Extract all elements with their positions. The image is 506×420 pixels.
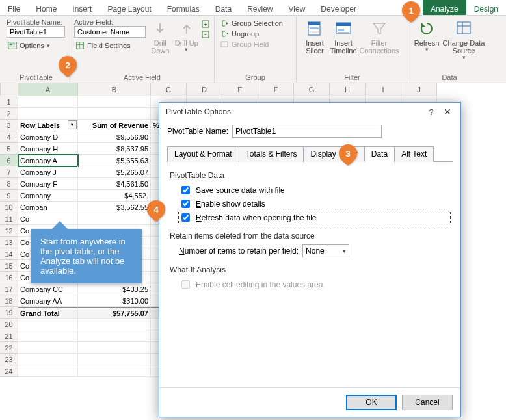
pivot-row-label[interactable]: Company D [18, 131, 78, 143]
tab-developer[interactable]: Developer [313, 0, 364, 15]
tab-file[interactable]: File [0, 0, 28, 15]
row-header[interactable]: 19 [0, 307, 18, 319]
changesource-button[interactable]: Change Data Source [441, 18, 486, 72]
chk-savesource-box[interactable] [181, 186, 190, 194]
dialog-name-input[interactable] [232, 125, 382, 138]
row-header[interactable]: 20 [0, 319, 18, 330]
row-header[interactable]: 21 [0, 330, 18, 342]
row-header[interactable]: 11 [0, 213, 18, 225]
cell[interactable] [18, 96, 78, 108]
col-header-I[interactable]: I [366, 83, 401, 96]
row-header[interactable]: 15 [0, 260, 18, 272]
collapse-icon[interactable]: - [201, 30, 210, 39]
cell[interactable] [78, 319, 151, 330]
col-header-C[interactable]: C [151, 83, 187, 96]
pivot-row-value[interactable]: $310.00 [78, 295, 151, 307]
col-header-H[interactable]: H [330, 83, 366, 96]
tab-review[interactable]: Review [239, 0, 280, 15]
select-all-corner[interactable] [0, 83, 18, 96]
pivottable-name-input[interactable] [7, 26, 65, 38]
options-button[interactable]: Options [7, 40, 66, 51]
pivot-row-value[interactable]: $5,655.63 [78, 155, 151, 166]
row-header[interactable]: 22 [0, 342, 18, 354]
chk-refresh[interactable]: Refresh data when opening the file [179, 211, 450, 224]
pivot-sum-header[interactable]: Sum of Revenue [78, 120, 151, 131]
cell[interactable] [78, 342, 151, 354]
row-header[interactable]: 6 [0, 155, 18, 166]
row-header[interactable]: 14 [0, 248, 18, 260]
row-header[interactable]: 3 [0, 120, 18, 131]
col-header-B[interactable]: B [78, 83, 151, 96]
dialog-close-button[interactable]: ✕ [441, 107, 454, 117]
row-header[interactable]: 24 [0, 365, 18, 377]
dialog-tab-layout[interactable]: Layout & Format [167, 146, 239, 162]
row-header[interactable]: 13 [0, 237, 18, 248]
pivot-row-value[interactable]: $433.25 [78, 283, 151, 295]
dialog-cancel-button[interactable]: Cancel [402, 395, 453, 410]
tab-view[interactable]: View [281, 0, 313, 15]
col-header-J[interactable]: J [401, 83, 437, 96]
cell[interactable] [18, 354, 78, 365]
pivot-row-label[interactable]: Company H [18, 143, 78, 155]
groupselection-button[interactable]: Group Selection [219, 18, 292, 29]
pivot-row-value[interactable]: $4,561.50 [78, 178, 151, 190]
dialog-ok-button[interactable]: OK [346, 395, 397, 410]
cell[interactable] [18, 330, 78, 342]
row-header[interactable]: 12 [0, 225, 18, 237]
row-header[interactable]: 1 [0, 96, 18, 108]
dialog-tab-totals[interactable]: Totals & Filters [239, 146, 304, 162]
chk-savesource[interactable]: Save source data with file [179, 184, 450, 196]
chk-refresh-box[interactable] [181, 213, 190, 222]
cell[interactable] [78, 354, 151, 365]
retain-combo[interactable]: None [302, 244, 349, 257]
ungroup-button[interactable]: Ungroup [219, 29, 292, 39]
col-header-E[interactable]: E [222, 83, 258, 96]
row-header[interactable]: 23 [0, 354, 18, 365]
pivot-row-value[interactable]: $8,537.95 [78, 143, 151, 155]
cell[interactable] [18, 319, 78, 330]
col-header-D[interactable]: D [187, 83, 222, 96]
tab-home[interactable]: Home [28, 0, 64, 15]
chk-showdetails-box[interactable] [181, 200, 190, 208]
fieldsettings-button[interactable]: Field Settings [74, 40, 146, 51]
dialog-tab-data[interactable]: Data [364, 146, 395, 162]
activefield-input[interactable] [74, 26, 146, 38]
insertslicer-button[interactable]: Insert Slicer [300, 18, 329, 72]
cell[interactable] [78, 365, 151, 377]
pivot-row-label[interactable]: Company [18, 190, 78, 202]
tab-design[interactable]: Design [466, 0, 506, 15]
col-header-G[interactable]: G [294, 83, 330, 96]
col-header-F[interactable]: F [258, 83, 294, 96]
tab-insert[interactable]: Insert [64, 0, 100, 15]
pivot-row-value[interactable]: $9,556.90 [78, 131, 151, 143]
row-header[interactable]: 9 [0, 190, 18, 202]
pivot-row-label[interactable]: Company J [18, 166, 78, 178]
dialog-help-button[interactable]: ? [423, 107, 438, 117]
pivot-grand-value[interactable]: $57,755.07 [78, 307, 151, 319]
tab-formulas[interactable]: Formulas [159, 0, 207, 15]
pivot-row-value[interactable]: $4,552. [78, 190, 151, 202]
tab-analyze[interactable]: Analyze [423, 0, 466, 15]
expand-icon[interactable]: + [201, 20, 210, 29]
row-header[interactable]: 18 [0, 295, 18, 307]
chk-showdetails[interactable]: Enable show details [179, 198, 450, 210]
cell[interactable] [18, 108, 78, 120]
pivot-grand-label[interactable]: Grand Total [18, 307, 78, 319]
pivot-rowlabels-header[interactable]: Row Labels▾ [18, 120, 78, 131]
pivot-row-value[interactable] [78, 213, 151, 225]
refresh-button[interactable]: Refresh [412, 18, 441, 72]
row-header[interactable]: 7 [0, 166, 18, 178]
cell[interactable] [78, 108, 151, 120]
row-header[interactable]: 17 [0, 283, 18, 295]
pivot-row-label[interactable]: Company A [18, 155, 78, 166]
cell[interactable] [78, 330, 151, 342]
pivot-row-label[interactable]: Company AA [18, 295, 78, 307]
row-header[interactable]: 10 [0, 202, 18, 213]
tab-data[interactable]: Data [207, 0, 239, 15]
dialog-tab-display[interactable]: Display [303, 146, 343, 162]
rowlabels-filter-button[interactable]: ▾ [68, 120, 77, 129]
row-header[interactable]: 8 [0, 178, 18, 190]
row-header[interactable]: 4 [0, 131, 18, 143]
cell[interactable] [78, 96, 151, 108]
cell[interactable] [18, 342, 78, 354]
